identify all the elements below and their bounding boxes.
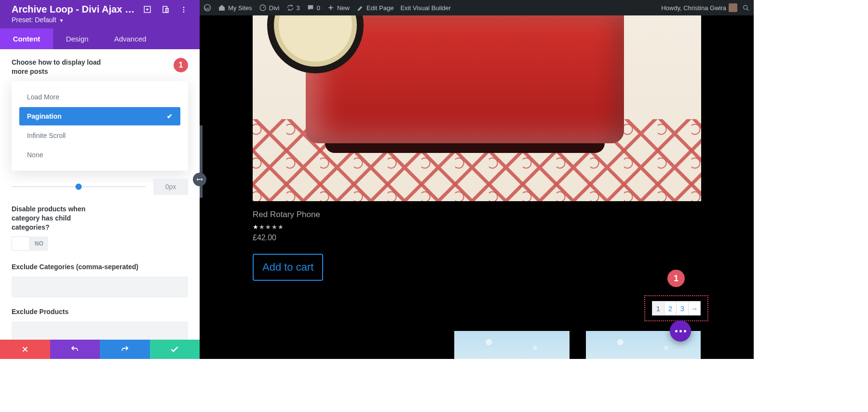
save-button[interactable] <box>150 340 200 359</box>
exclude-categories-label: Exclude Categories (comma-seperated) <box>12 262 188 272</box>
svg-point-4 <box>183 7 185 8</box>
preview-canvas: Red Rotary Phone ★★★★★ £42.00 Add to car… <box>200 15 754 359</box>
toggle-value: NO <box>30 240 48 247</box>
gap-slider[interactable] <box>12 186 146 187</box>
resize-handle[interactable] <box>193 173 206 186</box>
gap-value[interactable]: 0px <box>153 179 188 195</box>
new-label: New <box>337 4 350 12</box>
edit-page-link[interactable]: Edit Page <box>356 4 393 12</box>
site-label: Divi <box>269 4 280 12</box>
product-price: £42.00 <box>253 233 701 242</box>
comments-count: 0 <box>317 4 320 12</box>
exclude-categories-input[interactable] <box>12 276 188 298</box>
expand-icon[interactable] <box>143 5 151 14</box>
product-rating: ★★★★★ <box>253 223 701 231</box>
product-card: Red Rotary Phone ★★★★★ £42.00 Add to car… <box>253 15 701 281</box>
disable-child-label: Disable products when category has child… <box>12 205 108 232</box>
wp-admin-bar: My Sites Divi 3 0 <box>200 0 754 15</box>
howdy-text: Howdy, Christina Gwira <box>661 4 726 12</box>
tab-content[interactable]: Content <box>0 28 53 49</box>
site-menu[interactable]: Divi <box>259 4 280 12</box>
slider-thumb[interactable] <box>76 183 82 190</box>
undo-button[interactable] <box>50 340 100 359</box>
my-sites-menu[interactable]: My Sites <box>218 4 252 12</box>
plus-icon <box>327 4 335 12</box>
product-image[interactable] <box>253 15 701 201</box>
preview-area: My Sites Divi 3 0 <box>200 0 754 359</box>
disable-child-toggle[interactable]: NO <box>12 236 48 251</box>
exit-builder-link[interactable]: Exit Visual Builder <box>400 4 451 12</box>
module-strip <box>454 331 701 359</box>
settings-header: Archive Loop - Divi Ajax Filt... Preset:… <box>0 0 200 28</box>
exclude-products-input[interactable] <box>12 321 188 340</box>
preset-prefix: Preset: <box>12 16 35 24</box>
toggle-handle <box>12 236 30 251</box>
exit-builder-label: Exit Visual Builder <box>400 4 451 12</box>
search-icon <box>742 4 750 12</box>
page-next[interactable]: → <box>688 301 701 316</box>
module-options-fab[interactable] <box>670 320 691 342</box>
page-3[interactable]: 3 <box>676 301 689 316</box>
svg-point-9 <box>744 5 747 9</box>
wordpress-icon <box>203 4 211 12</box>
tab-design[interactable]: Design <box>53 28 101 49</box>
comments-menu[interactable]: 0 <box>307 4 320 12</box>
more-icon[interactable] <box>179 5 188 14</box>
option-pagination-label: Pagination <box>27 112 62 120</box>
panel-action-bar <box>0 340 200 359</box>
pagination-highlight: 1 2 3 → <box>644 295 708 321</box>
home-icon <box>218 4 226 12</box>
preset-selector[interactable]: Preset: Default ▼ <box>12 16 188 24</box>
new-menu[interactable]: New <box>327 4 350 12</box>
product-title[interactable]: Red Rotary Phone <box>253 210 701 220</box>
page-2[interactable]: 2 <box>664 301 677 316</box>
svg-point-6 <box>183 11 185 13</box>
exclude-products-label: Exclude Products <box>12 307 188 316</box>
svg-rect-2 <box>163 6 167 13</box>
annotation-badge: 1 <box>174 58 188 72</box>
caret-down-icon: ▼ <box>59 18 64 23</box>
annotation-badge-pagination: 1 <box>667 270 685 287</box>
updates-menu[interactable]: 3 <box>286 4 300 12</box>
add-to-cart-button[interactable]: Add to cart <box>253 254 323 281</box>
svg-point-5 <box>183 9 185 10</box>
settings-panel: Archive Loop - Divi Ajax Filt... Preset:… <box>0 0 200 359</box>
avatar <box>729 3 737 12</box>
option-pagination[interactable]: Pagination ✔ <box>19 107 180 125</box>
pencil-icon <box>356 4 364 12</box>
wp-logo-menu[interactable] <box>203 4 211 12</box>
redo-button[interactable] <box>100 340 150 359</box>
svg-point-1 <box>147 9 148 10</box>
resize-guide <box>200 125 203 198</box>
page-1[interactable]: 1 <box>652 301 665 316</box>
account-menu[interactable]: Howdy, Christina Gwira <box>661 3 737 12</box>
settings-body: Choose how to display load more posts 1 … <box>0 49 200 340</box>
module-preview-left[interactable] <box>454 331 570 359</box>
tab-advanced[interactable]: Advanced <box>101 28 159 49</box>
comment-icon <box>307 4 314 12</box>
option-none[interactable]: None <box>19 146 180 164</box>
display-mode-label: Choose how to display load more posts <box>12 58 118 76</box>
my-sites-label: My Sites <box>228 4 252 12</box>
pagination: 1 2 3 → <box>652 301 701 316</box>
settings-title: Archive Loop - Divi Ajax Filt... <box>12 4 137 15</box>
option-infinite-scroll[interactable]: Infinite Scroll <box>19 126 180 145</box>
refresh-icon <box>286 4 294 12</box>
admin-search[interactable] <box>742 4 750 12</box>
check-icon: ✔ <box>167 112 173 120</box>
display-mode-options: Load More Pagination ✔ Infinite Scroll N… <box>12 81 188 171</box>
responsive-icon[interactable] <box>161 5 170 14</box>
dashboard-icon <box>259 4 267 12</box>
edit-page-label: Edit Page <box>366 4 393 12</box>
cancel-button[interactable] <box>0 340 50 359</box>
preset-value: Default <box>35 16 56 24</box>
updates-count: 3 <box>297 4 300 12</box>
settings-tabs: Content Design Advanced <box>0 28 200 49</box>
option-load-more[interactable]: Load More <box>19 88 180 106</box>
